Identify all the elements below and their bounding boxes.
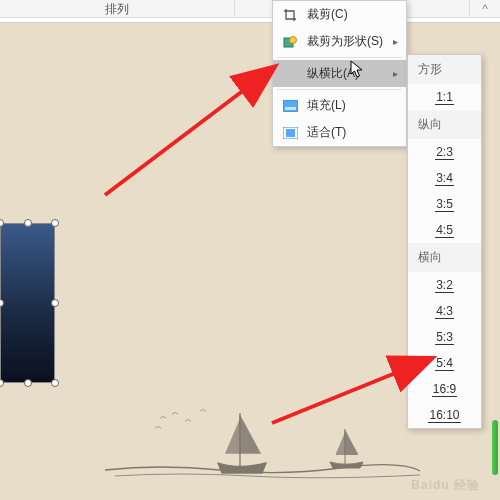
aspect-ratio-submenu: 方形 1:1 纵向 2:3 3:4 3:5 4:5 横向 3:2 4:3 5:3… [407,54,482,429]
ribbon-collapse-icon[interactable]: ^ [470,0,500,17]
resize-handle[interactable] [51,299,59,307]
blank-icon [281,66,299,82]
menu-item-fit[interactable]: 适合(T) [273,119,406,146]
menu-item-aspect-ratio[interactable]: 纵横比(A) ▸ [273,60,406,87]
menu-separator [277,89,402,90]
submenu-header-landscape: 横向 [408,243,481,272]
aspect-option-5-4[interactable]: 5:4 [408,350,481,376]
resize-handle[interactable] [24,379,32,387]
menu-label: 裁剪为形状(S) [307,33,393,50]
svg-point-3 [290,36,297,43]
aspect-option-16-9[interactable]: 16:9 [408,376,481,402]
aspect-option-3-2[interactable]: 3:2 [408,272,481,298]
svg-rect-7 [286,129,295,137]
fit-icon [281,125,299,141]
menu-item-crop-shape[interactable]: 裁剪为形状(S) ▸ [273,28,406,55]
crop-menu: 裁剪(C) 裁剪为形状(S) ▸ 纵横比(A) ▸ 填充(L) 适合(T) [272,0,407,147]
menu-item-fill[interactable]: 填充(L) [273,92,406,119]
aspect-option-3-5[interactable]: 3:5 [408,191,481,217]
menu-separator [277,57,402,58]
aspect-option-4-5[interactable]: 4:5 [408,217,481,243]
selected-image[interactable] [0,223,55,383]
resize-handle[interactable] [51,219,59,227]
submenu-header-square: 方形 [408,55,481,84]
aspect-option-5-3[interactable]: 5:3 [408,324,481,350]
menu-label: 适合(T) [307,124,398,141]
resize-handle[interactable] [0,379,4,387]
chevron-right-icon: ▸ [393,68,398,79]
fill-icon [281,98,299,114]
aspect-option-2-3[interactable]: 2:3 [408,139,481,165]
aspect-option-4-3[interactable]: 4:3 [408,298,481,324]
ribbon-bar: 排列 ^ [0,0,500,18]
scrollbar-thumb[interactable] [492,420,498,475]
resize-handle[interactable] [51,379,59,387]
aspect-option-16-10[interactable]: 16:10 [408,402,481,428]
watermark: Baidu 经验 [411,475,480,494]
menu-label: 填充(L) [307,97,398,114]
shape-icon [281,34,299,50]
resize-handle[interactable] [0,299,4,307]
watermark-text: Baidu 经验 [411,478,480,492]
svg-rect-5 [285,107,296,110]
submenu-header-portrait: 纵向 [408,110,481,139]
menu-label: 纵横比(A) [307,65,393,82]
resize-handle[interactable] [24,219,32,227]
aspect-option-3-4[interactable]: 3:4 [408,165,481,191]
menu-label: 裁剪(C) [307,6,398,23]
menu-item-crop[interactable]: 裁剪(C) [273,1,406,28]
chevron-right-icon: ▸ [393,36,398,47]
aspect-option-1-1[interactable]: 1:1 [408,84,481,110]
svg-rect-4 [283,100,298,112]
crop-icon [281,7,299,23]
decorative-boats [100,378,420,488]
ribbon-section-arrange[interactable]: 排列 [0,0,235,17]
resize-handle[interactable] [0,219,4,227]
